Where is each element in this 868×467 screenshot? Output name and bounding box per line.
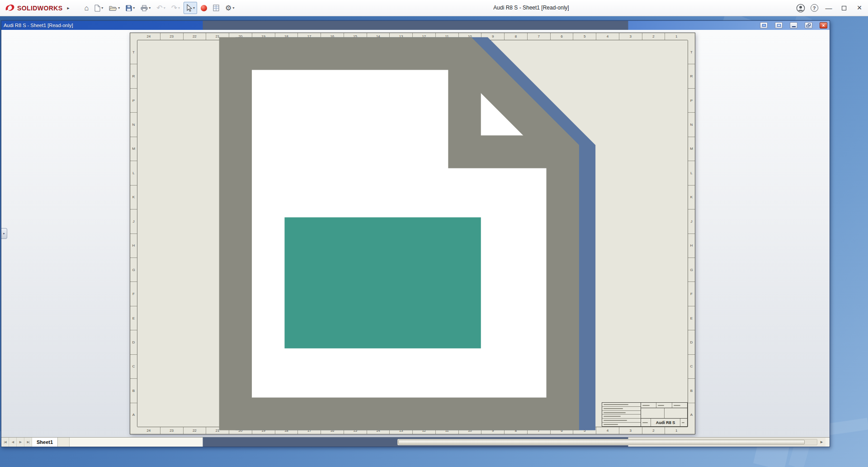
scrollbar-track[interactable] xyxy=(397,439,817,445)
app-maximize-button[interactable] xyxy=(836,0,852,16)
print-button[interactable]: ▾ xyxy=(138,2,153,14)
help-icon: ? xyxy=(811,4,818,12)
new-document-icon xyxy=(94,5,100,12)
solidworks-logo-mark xyxy=(5,4,15,13)
app-titlebar: SOLIDWORKS ▸ ⌂ ▾ ▾ ▾ ▾ ↶ ▾ xyxy=(0,0,868,16)
solidworks-logo: SOLIDWORKS xyxy=(5,4,62,13)
print-dropdown[interactable]: ▾ xyxy=(149,6,151,10)
brand-name: SOLIDWORKS xyxy=(17,5,62,12)
open-folder-icon xyxy=(109,5,117,11)
menu-expand-arrow-icon[interactable]: ▸ xyxy=(67,5,69,10)
open-button[interactable]: ▾ xyxy=(107,2,122,14)
save-button[interactable]: ▾ xyxy=(123,2,137,14)
options-button[interactable]: ⚙ ▾ xyxy=(223,2,236,14)
new-document-dropdown[interactable]: ▾ xyxy=(101,6,103,10)
window-controls: ? — × xyxy=(794,0,867,16)
mdi-backdrop: Audi R8 S - Sheet1 [Read-only] × ▸ 24232… xyxy=(0,16,868,467)
help-button[interactable]: ? xyxy=(807,0,821,16)
select-dropdown[interactable]: ▾ xyxy=(193,6,195,10)
sheet-format-icon xyxy=(213,5,219,11)
app-minimize-button[interactable]: — xyxy=(821,0,836,16)
undo-dropdown[interactable]: ▾ xyxy=(164,6,165,10)
document-window: Audi R8 S - Sheet1 [Read-only] × ▸ 24232… xyxy=(1,20,830,447)
scrollbar-thumb[interactable] xyxy=(398,440,805,444)
sheet-tab-bar: |◀ ◀ ▶ ▶| Sheet1 ◀ ▶ xyxy=(1,437,830,447)
select-tool-button[interactable]: ▾ xyxy=(184,2,197,14)
home-button[interactable]: ⌂ xyxy=(82,2,91,14)
account-icon xyxy=(796,4,805,13)
quick-access-toolbar: ⌂ ▾ ▾ ▾ ▾ ↶ ▾ ↷ ▾ xyxy=(82,2,236,14)
account-button[interactable] xyxy=(794,0,807,16)
sheet-format-button[interactable] xyxy=(211,2,222,14)
add-sheet-button[interactable] xyxy=(58,438,70,447)
redo-icon: ↷ xyxy=(171,5,177,12)
home-icon: ⌂ xyxy=(84,5,89,12)
save-dropdown[interactable]: ▾ xyxy=(133,6,135,10)
new-document-button[interactable]: ▾ xyxy=(92,2,105,14)
app-title: Audi R8 S - Sheet1 [Read-only] xyxy=(461,5,601,11)
undo-icon: ↶ xyxy=(156,5,162,12)
print-icon xyxy=(141,5,148,11)
open-dropdown[interactable]: ▾ xyxy=(118,6,120,10)
select-cursor-icon xyxy=(186,4,192,12)
maximize-icon xyxy=(842,6,846,10)
render-sphere-icon xyxy=(201,5,207,11)
save-icon xyxy=(126,5,132,11)
gear-icon: ⚙ xyxy=(225,5,231,12)
redo-button[interactable]: ↷ ▾ xyxy=(169,2,182,14)
undo-button[interactable]: ↶ ▾ xyxy=(154,2,167,14)
redo-dropdown[interactable]: ▾ xyxy=(178,6,180,10)
options-dropdown[interactable]: ▾ xyxy=(232,6,234,10)
add-sheet-icon xyxy=(1,21,830,447)
render-sphere-button[interactable] xyxy=(198,2,209,14)
app-close-button[interactable]: × xyxy=(852,0,867,16)
solidworks-app: SOLIDWORKS ▸ ⌂ ▾ ▾ ▾ ▾ ↶ ▾ xyxy=(0,0,868,467)
